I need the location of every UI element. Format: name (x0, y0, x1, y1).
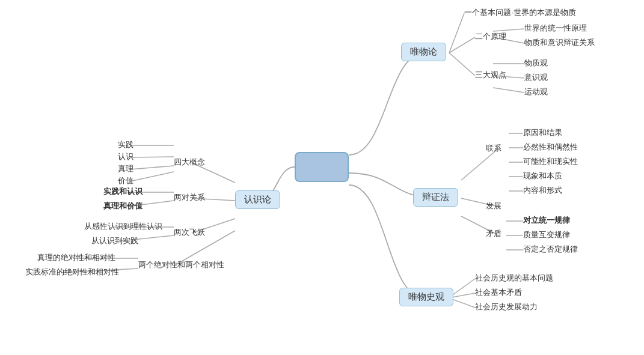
node-biran-ouran: 必然性和偶然性 (523, 142, 578, 153)
node-wulunlun: 唯物论 (401, 43, 446, 61)
node-bianzhenfa: 辩证法 (413, 188, 458, 207)
node-shehui-maodun: 社会基本矛盾 (475, 287, 522, 298)
node-sanda-guandian: 三大观点 (475, 70, 506, 80)
svg-line-25 (130, 166, 174, 169)
node-zhiliang-bibian: 质量互变规律 (523, 229, 570, 240)
node-maodun: 矛盾 (486, 228, 501, 239)
svg-line-1 (449, 37, 475, 53)
node-jiazhi: 价值 (118, 175, 133, 186)
node-liangdui-guanxi: 两对关系 (174, 192, 205, 203)
node-liangci-feiyue: 两次飞跃 (174, 227, 205, 238)
node-fouding-fouding: 否定之否定规律 (523, 244, 578, 255)
svg-line-7 (493, 88, 524, 93)
node-zhenli: 真理 (118, 163, 133, 174)
node-neirong-xingshi: 内容和形式 (523, 185, 562, 196)
node-shehui-fazhan: 社会历史发展动力 (475, 302, 538, 312)
svg-line-4 (449, 53, 475, 76)
node-fazhan: 发展 (486, 201, 501, 211)
node-yige-jiben: 一个基本问题·世界的本源是物质 (464, 7, 576, 18)
node-shijie-tongyi: 世界的统一性原理 (524, 23, 587, 34)
node-shijian-renshi: 实践和认识 (103, 186, 143, 197)
svg-line-24 (130, 157, 174, 157)
node-zhenli-jueduixing: 真理的绝对性和相对性 (37, 252, 115, 263)
node-shijian: 实践 (118, 139, 133, 150)
node-renshilun: 认识论 (235, 190, 280, 209)
node-lianxi: 联系 (486, 143, 501, 154)
node-shehuishi-jiben: 社会历史观的基本问题 (475, 273, 553, 284)
svg-line-26 (130, 172, 174, 181)
node-weiwushiguan: 唯物史观 (399, 288, 453, 306)
node-lianggejueduixing: 两个绝对性和两个相对性 (138, 259, 224, 270)
node-xianxiang-benzhi: 现象和本质 (523, 171, 562, 181)
node-shijian-biaozhun: 实践标准的绝对性和相对性 (25, 267, 119, 278)
node-yundong-guan: 运动观 (524, 86, 548, 97)
node-wuzhi-yishi: 物质和意识辩证关系 (524, 37, 595, 48)
node-yuanyin-jieguo: 原因和结果 (523, 127, 562, 138)
node-ganxing-lixing: 从感性认识到理性认识 (84, 221, 162, 232)
node-keneng-xianshi: 可能性和现实性 (523, 156, 578, 167)
node-sida-gainian: 四大概念 (174, 157, 205, 168)
svg-line-0 (449, 13, 464, 53)
node-renshi-shijian: 从认识到实践 (91, 235, 138, 246)
node-wuzhi-guan: 物质观 (524, 58, 548, 68)
node-renshi: 认识 (118, 151, 133, 162)
center-node (295, 152, 349, 182)
node-duili-tongyi: 对立统一规律 (523, 215, 570, 226)
node-liangge-yuanli: 二个原理 (475, 31, 506, 42)
node-zhenli-jiazhi: 真理和价值 (103, 201, 143, 211)
node-yishi-guan: 意识观 (524, 72, 548, 83)
